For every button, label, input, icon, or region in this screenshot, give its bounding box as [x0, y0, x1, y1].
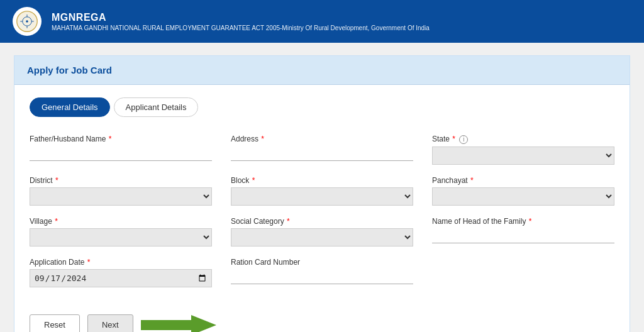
header-title: MGNREGA: [52, 12, 430, 23]
panchayat-label: Panchayat *: [432, 176, 614, 185]
block-group: Block *: [231, 176, 413, 206]
header: MGNREGA MAHATMA GANDHI NATIONAL RURAL EM…: [0, 0, 644, 43]
social-category-label: Social Category *: [231, 217, 413, 226]
state-select[interactable]: [432, 147, 614, 165]
application-date-group: Application Date *: [30, 258, 212, 287]
state-label: State * i: [432, 135, 614, 144]
tab-general-details[interactable]: General Details: [30, 97, 110, 117]
next-button[interactable]: Next: [87, 314, 133, 332]
address-label: Address *: [231, 135, 413, 143]
name-head-family-group: Name of Head of the Family *: [432, 217, 614, 246]
village-group: Village *: [30, 217, 212, 246]
tabs: General Details Applicant Details: [30, 97, 614, 117]
next-arrow-indicator: [141, 314, 216, 332]
father-husband-name-label: Father/Husband Name *: [30, 135, 212, 143]
block-label: Block *: [231, 176, 413, 185]
form-area: General Details Applicant Details Father…: [14, 85, 630, 332]
panchayat-select[interactable]: [432, 187, 614, 206]
button-row: Reset Next: [30, 314, 614, 332]
social-category-group: Social Category *: [231, 217, 413, 246]
main-container: Apply for Job Card General Details Appli…: [14, 55, 630, 332]
social-category-select[interactable]: [231, 228, 413, 246]
village-select[interactable]: [30, 228, 212, 246]
green-arrow-icon: [141, 314, 216, 332]
job-card-form: Father/Husband Name * Address * State * …: [30, 135, 614, 332]
empty-cell: [432, 258, 614, 287]
svg-point-2: [26, 20, 28, 23]
address-input[interactable]: [231, 146, 413, 161]
district-label: District *: [30, 176, 212, 185]
header-subtitle: MAHATMA GANDHI NATIONAL RURAL EMPLOYMENT…: [52, 25, 430, 31]
name-head-family-label: Name of Head of the Family *: [432, 217, 614, 226]
application-date-label: Application Date *: [30, 258, 212, 267]
district-group: District *: [30, 176, 212, 206]
svg-marker-7: [141, 315, 216, 332]
address-group: Address *: [231, 135, 413, 165]
logo: [13, 7, 42, 36]
header-text: MGNREGA MAHATMA GANDHI NATIONAL RURAL EM…: [52, 12, 430, 31]
panchayat-group: Panchayat *: [432, 176, 614, 206]
village-label: Village *: [30, 217, 212, 226]
state-group: State * i: [432, 135, 614, 165]
page-title: Apply for Job Card: [14, 56, 630, 85]
state-info-icon: i: [459, 135, 468, 144]
ration-card-number-input[interactable]: [231, 269, 413, 284]
name-head-family-input[interactable]: [432, 228, 614, 243]
father-husband-name-group: Father/Husband Name *: [30, 135, 212, 165]
ration-card-number-group: Ration Card Number: [231, 258, 413, 287]
ration-card-number-label: Ration Card Number: [231, 258, 413, 267]
application-date-input[interactable]: [30, 269, 212, 287]
district-select[interactable]: [30, 187, 212, 206]
tab-applicant-details[interactable]: Applicant Details: [114, 97, 199, 117]
father-husband-name-input[interactable]: [30, 146, 212, 161]
reset-button[interactable]: Reset: [30, 314, 80, 332]
form-grid: Father/Husband Name * Address * State * …: [30, 135, 614, 299]
block-select[interactable]: [231, 187, 413, 206]
